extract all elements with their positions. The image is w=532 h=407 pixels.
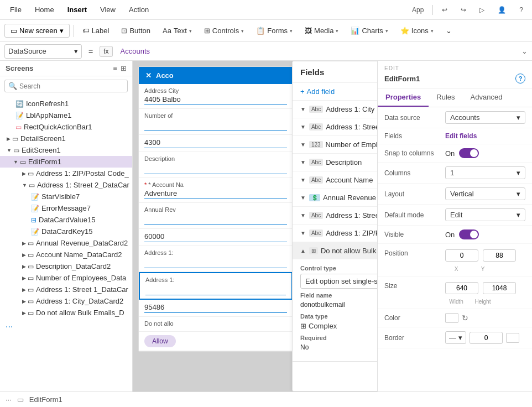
tree-label: Do not allow Bulk Emails_D	[36, 309, 124, 317]
field-item-account-name[interactable]: ▼ Abc Account Name	[293, 171, 377, 189]
formula-expand-icon[interactable]: ⌄	[521, 47, 528, 55]
tree-icon: ▭	[28, 170, 34, 178]
sidebar-item-num-employees[interactable]: ▶ ▭ Number of Employees_Data	[0, 272, 132, 284]
sidebar-item-datacardval[interactable]: ⊟ DataCardValue15	[0, 214, 132, 226]
field-item-do-not-allow[interactable]: ▲ ⊞ Do not allow Bulk Emails ···	[293, 242, 377, 259]
sidebar-item-star-visible[interactable]: 📝 StarVisible7	[0, 191, 132, 202]
size-height-input[interactable]	[483, 282, 516, 294]
layout-select[interactable]: Vertical ▾	[445, 187, 525, 200]
redo-icon[interactable]: ↪	[456, 4, 471, 16]
sidebar-item-edit-screen[interactable]: ▼ ▭ EditScreen1	[0, 144, 132, 156]
more-icon: ⌄	[446, 27, 452, 35]
control-type-select[interactable]: Edit option set single-select ▾	[300, 274, 377, 289]
prop-value-columns: 1 ▾	[445, 166, 525, 179]
position-y-input[interactable]	[483, 249, 516, 262]
user-icon[interactable]: 👤	[493, 4, 510, 16]
sidebar-list-icon[interactable]: ≡	[113, 64, 117, 72]
field-item-addr-street2[interactable]: ▼ Abc Address 1: Street 2	[293, 207, 377, 225]
sidebar-item-annual-rev[interactable]: ▶ ▭ Annual Revenue_DataCard2	[0, 237, 132, 249]
new-screen-button[interactable]: ▭ New screen ▾	[4, 24, 70, 38]
sidebar-item-datacardkey[interactable]: 📝 DataCardKey15	[0, 226, 132, 237]
position-x-input[interactable]	[445, 249, 478, 262]
sidebar-item-account-name[interactable]: ▶ ▭ Account Name_DataCard2	[0, 249, 132, 260]
forms-button[interactable]: 📋 Forms ▾	[251, 24, 298, 37]
border-style-select[interactable]: — ▾	[445, 331, 466, 344]
button-button[interactable]: ⊡ Button	[116, 24, 156, 37]
menu-home[interactable]: Home	[29, 3, 60, 16]
border-width-input[interactable]	[470, 332, 503, 344]
more-button[interactable]: ⌄	[440, 24, 457, 37]
color-box[interactable]	[445, 313, 458, 323]
sidebar-item-addr-street1[interactable]: ▶ ▭ Address 1: Street 1_DataCar	[0, 284, 132, 295]
tree-label: Account Name_DataCard2	[36, 251, 122, 259]
undo-icon[interactable]: ↩	[437, 4, 452, 16]
border-color-box[interactable]	[506, 333, 519, 343]
color-refresh-icon[interactable]: ↻	[462, 314, 468, 322]
fields-panel: Fields × + Add field ··· ▼ Abc Address 1…	[292, 61, 377, 392]
data-source-select[interactable]: Accounts ▾	[445, 111, 525, 124]
tab-advanced[interactable]: Advanced	[463, 88, 510, 107]
field-item-addr-street1[interactable]: ▼ Abc Address 1: Street 1	[293, 118, 377, 136]
datasource-select[interactable]: DataSource ▾	[4, 44, 82, 59]
sidebar-item-icon-refresh[interactable]: 🔄 IconRefresh1	[0, 98, 132, 109]
visible-on-label: On	[445, 231, 455, 239]
help-icon[interactable]: ?	[515, 74, 525, 84]
add-field-button[interactable]: + Add field ···	[293, 83, 377, 101]
close-x-icon[interactable]: ✕	[145, 71, 152, 80]
fx-button[interactable]: fx	[100, 46, 112, 57]
sidebar-item-addr-city[interactable]: ▶ ▭ Address 1: City_DataCard2	[0, 295, 132, 307]
media-button[interactable]: 🖼 Media ▾	[299, 24, 344, 37]
menu-insert[interactable]: Insert	[62, 3, 92, 16]
sidebar-grid-icon[interactable]: ⊞	[121, 64, 127, 72]
default-mode-select[interactable]: Edit ▾	[445, 208, 525, 221]
help-icon[interactable]: ?	[515, 4, 528, 16]
bottom-more[interactable]: ···	[6, 395, 12, 404]
field-item-addr-zip[interactable]: ▼ Abc Address 1: ZIP/Postal Code	[293, 225, 377, 242]
controls-button[interactable]: ⊞ Controls ▾	[199, 24, 249, 37]
sidebar-item-addr-street2[interactable]: ▼ ▭ Address 1: Street 2_DataCar	[0, 179, 132, 191]
search-input[interactable]	[19, 82, 124, 90]
field-chevron: ▼	[300, 230, 306, 236]
field-label-account-name: * Account Na	[144, 181, 287, 188]
sidebar-more-button[interactable]: ···	[0, 319, 132, 335]
size-width-input[interactable]	[445, 282, 478, 294]
run-icon[interactable]: ▷	[475, 4, 489, 16]
field-value-4300: 4300	[144, 138, 287, 148]
columns-select[interactable]: 1 ▾	[445, 166, 525, 179]
sidebar-item-description[interactable]: ▶ ▭ Description_DataCard2	[0, 260, 132, 272]
sidebar-item-error-msg[interactable]: 📝 ErrorMessage7	[0, 202, 132, 214]
sidebar-item-detail-screen[interactable]: ▶ ▭ DetailScreen1	[0, 133, 132, 144]
tab-properties[interactable]: Properties	[378, 88, 429, 107]
sidebar-item-lbl-app[interactable]: 📝 LblAppName1	[0, 109, 132, 121]
label-button[interactable]: 🏷 Label	[77, 24, 115, 37]
field-name-value: donotbulkemail	[300, 301, 377, 309]
text-button[interactable]: Aa Text ▾	[157, 24, 197, 37]
menu-view[interactable]: View	[95, 3, 121, 16]
fields-panel-header: Fields ×	[293, 61, 377, 83]
formula-value: Accounts	[116, 47, 518, 55]
charts-button[interactable]: 📊 Charts ▾	[345, 24, 393, 37]
field-item-num-employees[interactable]: ▼ 123 Number of Employees	[293, 136, 377, 154]
position-xy: X Y	[445, 249, 525, 272]
sidebar-item-do-not-allow[interactable]: ▶ ▭ Do not allow Bulk Emails_D	[0, 307, 132, 319]
canvas-wrapper: ✕ Acco Address City 4405 Balbo Number of…	[133, 61, 377, 392]
app-btn[interactable]: App	[408, 4, 428, 16]
sidebar-item-edit-form[interactable]: ▼ ▭ EditForm1	[0, 156, 132, 168]
visible-toggle[interactable]	[459, 229, 479, 239]
field-item-description[interactable]: ▼ Abc Description	[293, 154, 377, 171]
field-item-annual-revenue[interactable]: ▼ 💲 Annual Revenue	[293, 189, 377, 207]
search-box[interactable]: 🔍	[4, 80, 128, 92]
formula-bar: DataSource ▾ = fx Accounts ⌄	[0, 42, 532, 61]
sidebar-item-rect[interactable]: ▭ RectQuickActionBar1	[0, 121, 132, 133]
menu-right: App ↩ ↪ ▷ 👤 ?	[408, 4, 528, 16]
menu-action[interactable]: Action	[123, 3, 154, 16]
tab-rules[interactable]: Rules	[429, 88, 462, 107]
icons-button[interactable]: ⭐ Icons ▾	[395, 24, 439, 37]
sidebar-icon-group: ≡ ⊞	[113, 64, 127, 72]
field-item-addr-city[interactable]: ▼ Abc Address 1: City	[293, 101, 377, 118]
menu-file[interactable]: File	[4, 3, 27, 16]
snap-toggle[interactable]	[459, 148, 479, 158]
edit-fields-link[interactable]: Edit fields	[445, 132, 477, 140]
field-item-name: Account Name	[326, 176, 377, 184]
sidebar-item-addr-zip[interactable]: ▶ ▭ Address 1: ZIP/Postal Code_	[0, 168, 132, 179]
